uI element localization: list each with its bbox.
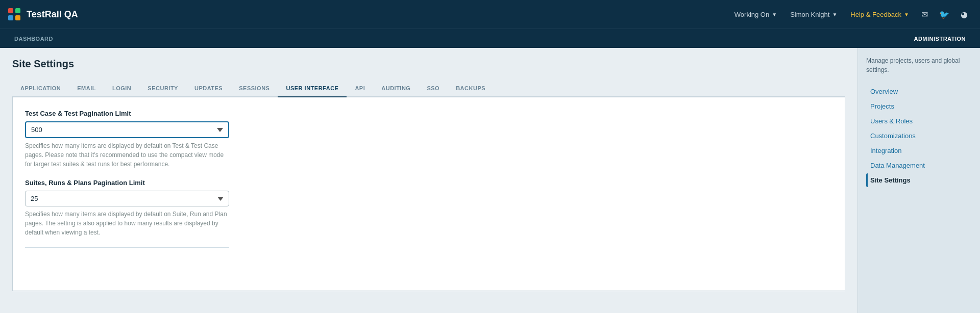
settings-panel: Test Case & Test Pagination Limit 500 15…: [12, 97, 845, 291]
rss-icon: ◕: [961, 10, 968, 19]
twitter-icon: 🐦: [939, 10, 949, 19]
working-on-chevron-icon: ▼: [772, 12, 777, 17]
sidebar-item-overview[interactable]: Overview: [866, 85, 972, 98]
sidebar-item-integration[interactable]: Integration: [866, 144, 972, 158]
help-chevron-icon: ▼: [904, 12, 909, 17]
logo-dot-2: [15, 8, 20, 13]
pagination2-label: Suites, Runs & Plans Pagination Limit: [25, 179, 229, 187]
help-feedback-button[interactable]: Help & Feedback ▼: [845, 8, 914, 21]
user-menu-button[interactable]: Simon Knight ▼: [785, 8, 842, 21]
nav-item-administration[interactable]: ADMINISTRATION: [908, 29, 972, 48]
top-nav-actions: Working On ▼ Simon Knight ▼ Help & Feedb…: [729, 7, 972, 22]
pagination1-hint: Specifies how many items are displayed b…: [25, 141, 229, 169]
tab-backups[interactable]: BACKUPS: [448, 80, 494, 97]
second-nav-left: DASHBOARD: [8, 29, 59, 48]
sidebar-item-site-settings[interactable]: Site Settings: [866, 173, 972, 187]
twitter-button[interactable]: 🐦: [935, 7, 953, 22]
logo-dot-3: [8, 15, 13, 20]
pagination1-field-group: Test Case & Test Pagination Limit 500 15…: [25, 110, 229, 169]
secondary-navigation: DASHBOARD ADMINISTRATION: [0, 29, 980, 48]
app-title: TestRail QA: [27, 9, 78, 20]
top-navigation: TestRail QA Working On ▼ Simon Knight ▼ …: [0, 0, 980, 29]
user-menu-chevron-icon: ▼: [832, 12, 837, 17]
sidebar-item-customizations[interactable]: Customizations: [866, 129, 972, 143]
mail-button[interactable]: ✉: [917, 7, 932, 22]
tab-login[interactable]: LOGIN: [104, 80, 139, 97]
settings-tabs: APPLICATION EMAIL LOGIN SECURITY UPDATES…: [12, 80, 845, 97]
pagination1-label: Test Case & Test Pagination Limit: [25, 110, 229, 117]
tab-email[interactable]: EMAIL: [69, 80, 104, 97]
pagination2-hint: Specifies how many items are displayed b…: [25, 210, 229, 237]
page-layout: Site Settings APPLICATION EMAIL LOGIN SE…: [0, 48, 980, 313]
administration-sidebar: Manage projects, users and global settin…: [857, 48, 980, 313]
sidebar-item-projects[interactable]: Projects: [866, 99, 972, 113]
working-on-button[interactable]: Working On ▼: [729, 8, 782, 21]
tab-sessions[interactable]: SESSIONS: [231, 80, 278, 97]
nav-item-dashboard[interactable]: DASHBOARD: [8, 29, 59, 48]
tab-api[interactable]: API: [347, 80, 373, 97]
pagination2-field-group: Suites, Runs & Plans Pagination Limit 25…: [25, 179, 229, 237]
tab-updates[interactable]: UPDATES: [186, 80, 231, 97]
logo-icon: [8, 8, 20, 20]
rss-button[interactable]: ◕: [957, 7, 972, 22]
tab-sso[interactable]: SSO: [419, 80, 448, 97]
logo-dot-1: [8, 8, 13, 13]
mail-icon: ✉: [921, 10, 928, 19]
tab-auditing[interactable]: AUDITING: [373, 80, 419, 97]
help-label: Help & Feedback: [850, 11, 901, 18]
settings-divider: [25, 247, 229, 248]
main-content: Site Settings APPLICATION EMAIL LOGIN SE…: [0, 48, 857, 313]
tab-security[interactable]: SECURITY: [139, 80, 186, 97]
pagination2-select[interactable]: 25 15 50 100 200 500: [25, 191, 229, 206]
sidebar-item-data-management[interactable]: Data Management: [866, 159, 972, 172]
user-name-label: Simon Knight: [790, 11, 829, 18]
tab-user-interface[interactable]: USER INTERFACE: [278, 80, 347, 97]
pagination1-select[interactable]: 500 15 25 50 100 200 1000: [25, 121, 229, 138]
logo-dot-4: [15, 15, 20, 20]
sidebar-item-users-roles[interactable]: Users & Roles: [866, 114, 972, 128]
working-on-label: Working On: [734, 11, 769, 18]
second-nav-right: ADMINISTRATION: [908, 29, 972, 48]
page-title: Site Settings: [12, 58, 845, 70]
sidebar-description: Manage projects, users and global settin…: [866, 56, 972, 74]
tab-application[interactable]: APPLICATION: [12, 80, 69, 97]
brand-area: TestRail QA: [8, 8, 78, 20]
